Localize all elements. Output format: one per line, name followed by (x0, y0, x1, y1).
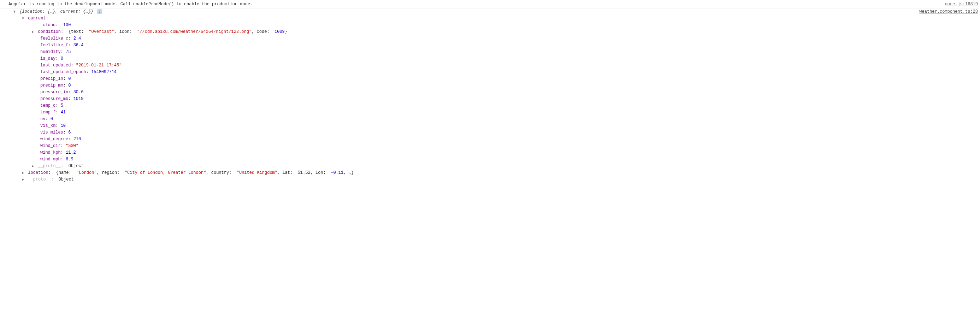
inline-key: icon (119, 29, 130, 34)
tree-leaf-vis-km[interactable]: ▶vis_km: 10 (0, 122, 980, 129)
tree-leaf-feelslike-c[interactable]: ▶feelslike_c: 2.4 (0, 35, 980, 42)
inline-key: text (71, 29, 81, 34)
key-label: current (28, 16, 46, 21)
object-summary-row[interactable]: ▼ {location: {…}, current: {…}} i weathe… (0, 8, 980, 15)
tree-node-current[interactable]: ▼ current: (0, 15, 980, 22)
key-label: location (28, 170, 48, 175)
expand-arrow-right-icon[interactable]: ▶ (31, 29, 35, 35)
tree-node-proto[interactable]: ▶ __proto__: Object (0, 176, 980, 183)
key-label: condition (38, 29, 61, 34)
console-log-row: Angular is running in the development mo… (0, 0, 980, 8)
tree-leaf-temp-c[interactable]: ▶temp_c: 5 (0, 102, 980, 109)
key-label: __proto__ (28, 177, 51, 182)
tree-leaf-pressure-mb[interactable]: ▶pressure_mb: 1019 (0, 96, 980, 102)
value: Object (59, 177, 74, 182)
tree-leaf-wind-dir[interactable]: ▶wind_dir: "SSW" (0, 143, 980, 149)
source-link[interactable]: weather.component.ts:28 (919, 8, 978, 15)
value: Object (68, 164, 84, 168)
tree-leaf-wind-mph[interactable]: ▶wind_mph: 6.9 (0, 156, 980, 163)
inline-key: code (257, 29, 267, 34)
inline-value: 1009 (275, 29, 285, 34)
tree-leaf-wind-degree[interactable]: ▶wind_degree: 210 (0, 136, 980, 143)
expand-arrow-right-icon[interactable]: ▶ (21, 170, 25, 176)
object-summary-text: {location: {…}, current: {…}} (19, 9, 93, 14)
tree-node-proto[interactable]: ▶ __proto__: Object (0, 163, 980, 170)
tree-leaf-precip-in[interactable]: ▶precip_in: 0 (0, 76, 980, 82)
inline-value: "//cdn.apixu.com/weather/64x64/night/122… (137, 29, 251, 34)
tree-leaf-humidity[interactable]: ▶humidity: 75 (0, 49, 980, 56)
expand-arrow-right-icon[interactable]: ▶ (31, 163, 35, 170)
tree-leaf-wind-kph[interactable]: ▶wind_kph: 11.2 (0, 149, 980, 156)
tree-leaf-last-updated[interactable]: ▶last_updated: "2019-01-21 17:45" (0, 62, 980, 69)
tree-leaf-last-updated-epoch[interactable]: ▶last_updated_epoch: 1548092714 (0, 69, 980, 76)
log-message: Angular is running in the development mo… (8, 1, 253, 8)
tree-node-location[interactable]: ▶ location: {name: "London", region: "Ci… (0, 170, 980, 176)
expand-arrow-down-icon[interactable]: ▼ (13, 9, 16, 15)
inline-value: "Overcast" (89, 29, 114, 34)
tree-leaf-uv[interactable]: ▶uv: 0 (0, 116, 980, 122)
info-icon[interactable]: i (97, 9, 102, 14)
tree-leaf-temp-f[interactable]: ▶temp_f: 41 (0, 109, 980, 116)
tree-leaf-is-day[interactable]: ▶is_day: 0 (0, 56, 980, 62)
source-link[interactable]: core.js:16819 (945, 1, 978, 8)
expand-arrow-right-icon[interactable]: ▶ (21, 176, 25, 183)
expand-arrow-down-icon[interactable]: ▼ (21, 16, 25, 22)
tree-leaf-precip-mm[interactable]: ▶precip_mm: 0 (0, 82, 980, 89)
tree-leaf-pressure-in[interactable]: ▶pressure_in: 30.6 (0, 89, 980, 96)
tree-leaf-feelslike-f[interactable]: ▶feelslike_f: 36.4 (0, 42, 980, 49)
tree-leaf-vis-miles[interactable]: ▶vis_miles: 6 (0, 129, 980, 136)
key-label: __proto__ (38, 164, 61, 168)
tree-leaf-cloud[interactable]: ▶ cloud: 100 (0, 22, 980, 29)
tree-node-condition[interactable]: ▶ condition: {text: "Overcast", icon: "/… (0, 29, 980, 35)
key-label: cloud (43, 22, 56, 27)
value: 100 (63, 22, 71, 27)
